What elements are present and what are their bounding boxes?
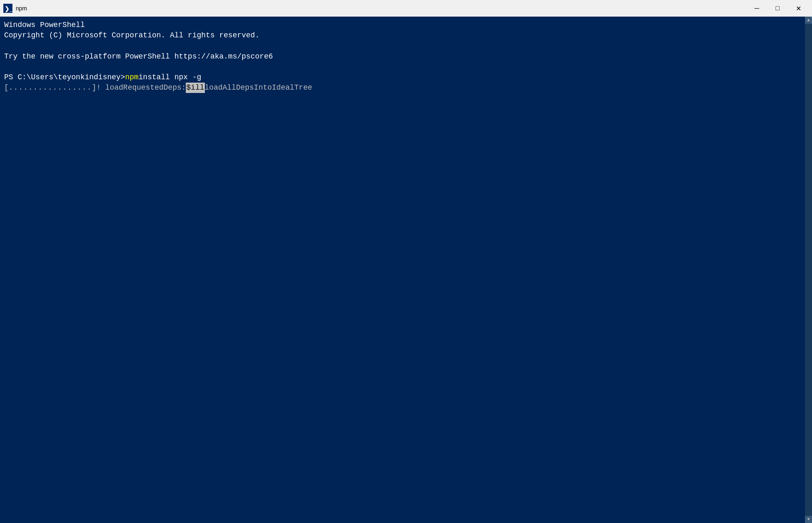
terminal-line-4: Try the new cross-platform PowerShell ht… (4, 51, 808, 62)
svg-text:❯_: ❯_ (5, 6, 12, 12)
terminal-line-3 (4, 41, 808, 51)
prompt-text: PS C:\Users\teyonkindisney> (4, 72, 125, 83)
window-icon: ❯_ (3, 4, 12, 13)
terminal-line-2: Copyright (C) Microsoft Corporation. All… (4, 30, 808, 41)
minimize-button[interactable]: ─ (746, 0, 767, 17)
scrollbar[interactable]: ▲ ▼ (805, 17, 812, 523)
close-button[interactable]: ✕ (788, 0, 809, 17)
terminal-line-5 (4, 62, 808, 72)
bracket-open: [ (4, 83, 9, 93)
progress-label: ! loadRequestedDeps: (96, 83, 186, 93)
powershell-window: ❯_ npm ─ □ ✕ Windows PowerShell Copyrigh… (0, 0, 812, 523)
progress-dots: ................. (9, 83, 92, 93)
terminal-line-1: Windows PowerShell (4, 20, 808, 30)
window-title: npm (16, 5, 746, 12)
maximize-button[interactable]: □ (767, 0, 788, 17)
title-bar: ❯_ npm ─ □ ✕ (0, 0, 812, 17)
progress-value: $ill (186, 83, 204, 93)
terminal-body[interactable]: Windows PowerShell Copyright (C) Microso… (0, 17, 812, 523)
command-args: install npx -g (139, 72, 201, 83)
scrollbar-arrow-down[interactable]: ▼ (805, 516, 812, 523)
window-controls: ─ □ ✕ (746, 0, 809, 17)
progress-right: loadAllDepsIntoIdealTree (205, 83, 312, 93)
bracket-close: ] (92, 83, 96, 93)
npm-command: npm (125, 72, 139, 83)
terminal-line-7: [ ................. ] ! loadRequestedDep… (4, 83, 808, 93)
scrollbar-arrow-up[interactable]: ▲ (805, 17, 812, 24)
scrollbar-track[interactable] (805, 24, 812, 516)
terminal-line-6: PS C:\Users\teyonkindisney> npm install … (4, 72, 808, 83)
